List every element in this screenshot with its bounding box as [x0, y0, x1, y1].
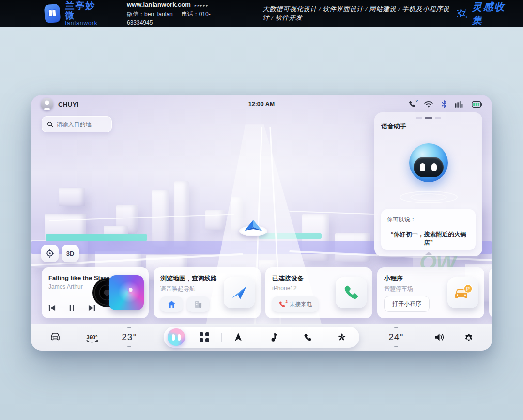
apps-button[interactable]	[195, 327, 214, 348]
bluetooth-icon[interactable]	[441, 100, 447, 108]
dock-center-pill	[164, 327, 359, 348]
brand-text: 兰亭妙微 lanlanwork	[65, 1, 100, 26]
car-ui-panel: OW CHUYI 12:00 AM 2	[31, 95, 492, 351]
map-3d-toggle[interactable]: 3D	[62, 245, 79, 262]
office-building-icon	[194, 300, 202, 308]
quick-cards-row: Falling like the Stars James Arthur 浏览地图…	[42, 267, 492, 318]
music-card[interactable]: Falling like the Stars James Arthur	[42, 267, 149, 318]
phone-handset-icon	[342, 284, 360, 301]
volume-button[interactable]	[430, 324, 449, 351]
car-icon	[49, 332, 61, 342]
missed-call-button[interactable]: 2 未接来电	[272, 296, 318, 312]
home-shortcut-button[interactable]	[160, 296, 183, 312]
collect-button[interactable]: 灵感收集	[456, 0, 509, 27]
missed-badge: 2	[286, 299, 288, 304]
svg-text:P: P	[466, 286, 470, 292]
arrows-decor: ▸▸▸▸▸	[195, 3, 209, 8]
locate-target-icon	[45, 249, 55, 258]
wechat-label: 微信：ben_lanlan	[127, 11, 173, 17]
driver-temp-value: 23°	[122, 332, 137, 342]
nav-cursor-icon	[234, 332, 243, 342]
collect-label: 灵感收集	[472, 0, 509, 27]
gear-icon	[464, 332, 474, 342]
location-arrow-icon	[243, 219, 264, 233]
website-link[interactable]: www.lanlanwork.com	[127, 1, 191, 8]
bottom-dock: 360° 23°	[31, 324, 492, 351]
device-card[interactable]: 已连接设备 iPhone12 2 未接来电	[265, 267, 372, 318]
robot-eye	[431, 163, 437, 171]
climate-fan-button[interactable]	[332, 327, 352, 348]
missed-call-icon: 2	[278, 301, 286, 308]
battery-icon	[472, 101, 482, 108]
navigate-tile[interactable]	[224, 277, 255, 308]
parking-car-icon: P	[452, 283, 474, 302]
settings-button[interactable]	[459, 324, 478, 351]
app-grid-icon	[200, 332, 209, 342]
voice-assistant-panel: 语音助手 你可以说： “你好初一，搜索附近的火锅店”	[374, 112, 482, 256]
car-settings-button[interactable]	[46, 324, 65, 351]
person-icon	[41, 98, 53, 110]
album-art[interactable]	[109, 275, 144, 310]
miniapp-card[interactable]: 小程序 智慧停车场 打开小程序 P	[377, 267, 484, 318]
ripple-ring	[410, 193, 447, 201]
missed-call-label: 未接来电	[290, 301, 312, 308]
assistant-orb-icon	[168, 328, 185, 346]
company-shortcut-button[interactable]	[187, 296, 209, 312]
signal-bars-icon	[455, 101, 463, 108]
search-icon	[47, 121, 53, 128]
parking-tile[interactable]: P	[447, 277, 478, 308]
next-track-button[interactable]	[88, 304, 95, 311]
hint-label: 你可以说：	[387, 216, 470, 224]
wifi-icon[interactable]	[424, 101, 433, 108]
brand-name-cn: 兰亭妙微	[65, 1, 100, 20]
collapse-caret[interactable]	[425, 252, 432, 255]
navigation-card[interactable]: 浏览地图，查询线路 语音唤起导航	[154, 267, 261, 318]
robot-head	[409, 143, 448, 182]
assistant-robot[interactable]	[405, 140, 452, 187]
next-card-peek[interactable]	[489, 267, 492, 318]
book-icon	[46, 7, 59, 20]
assistant-hint-card: 你可以说： “你好初一，搜索附近的火锅店”	[381, 209, 476, 250]
brand-logo	[44, 4, 61, 23]
search-input[interactable]	[57, 121, 107, 128]
camera-360-button[interactable]: 360°	[81, 324, 103, 351]
services-list: 大数据可视化设计 / 软件界面设计 / 网站建设 / 手机及小程序设计 / 软件…	[262, 5, 456, 22]
passenger-temperature-control[interactable]: 24°	[384, 324, 409, 351]
driver-name: CHUYI	[58, 101, 79, 108]
clock: 12:00 AM	[248, 101, 275, 108]
fan-icon	[337, 332, 347, 342]
robot-eye	[420, 163, 425, 171]
home-icon	[168, 300, 176, 308]
top-banner: 兰亭妙微 lanlanwork www.lanlanwork.com▸▸▸▸▸ …	[0, 0, 523, 27]
avatar[interactable]	[41, 98, 53, 110]
phone-badge: 2	[416, 99, 418, 103]
phone-status-icon[interactable]: 2	[408, 100, 416, 108]
navigation-app-button[interactable]	[229, 327, 248, 348]
driver-temperature-control[interactable]: 23°	[117, 324, 141, 351]
phone-tile[interactable]	[336, 277, 367, 308]
speaker-icon	[435, 333, 445, 342]
status-bar: CHUYI 12:00 AM 2	[31, 95, 492, 113]
sparkle-star-icon	[456, 6, 468, 21]
previous-track-button[interactable]	[48, 304, 56, 311]
phone-app-icon	[303, 333, 312, 342]
assistant-title: 语音助手	[381, 122, 476, 131]
passenger-temp-value: 24°	[388, 332, 404, 342]
phone-app-button[interactable]	[298, 327, 317, 348]
page-indicator[interactable]	[416, 117, 441, 119]
open-miniapp-button[interactable]: 打开小程序	[384, 296, 430, 312]
pause-button[interactable]	[69, 304, 75, 311]
dock-divider	[221, 333, 222, 342]
banner-contact: www.lanlanwork.com▸▸▸▸▸ 微信：ben_lanlan电话：…	[127, 0, 228, 27]
voice-assistant-orb[interactable]	[167, 327, 186, 348]
brand-name-en: lanlanwork	[65, 20, 100, 27]
locate-button[interactable]	[41, 245, 59, 262]
robot-visor	[414, 157, 444, 177]
music-note-icon	[269, 333, 277, 342]
paper-plane-icon	[230, 283, 249, 302]
destination-search[interactable]	[42, 116, 112, 132]
rotate-arc-icon	[86, 340, 98, 343]
hint-quote: “你好初一，搜索附近的火锅店”	[387, 231, 470, 247]
music-app-button[interactable]	[263, 327, 282, 348]
